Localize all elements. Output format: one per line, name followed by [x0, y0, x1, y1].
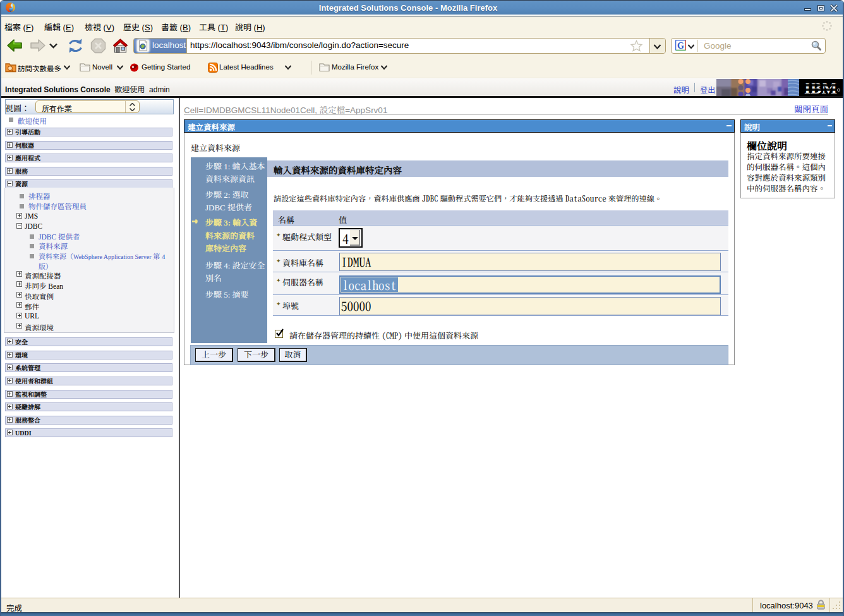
svg-text:G: G — [677, 41, 684, 51]
